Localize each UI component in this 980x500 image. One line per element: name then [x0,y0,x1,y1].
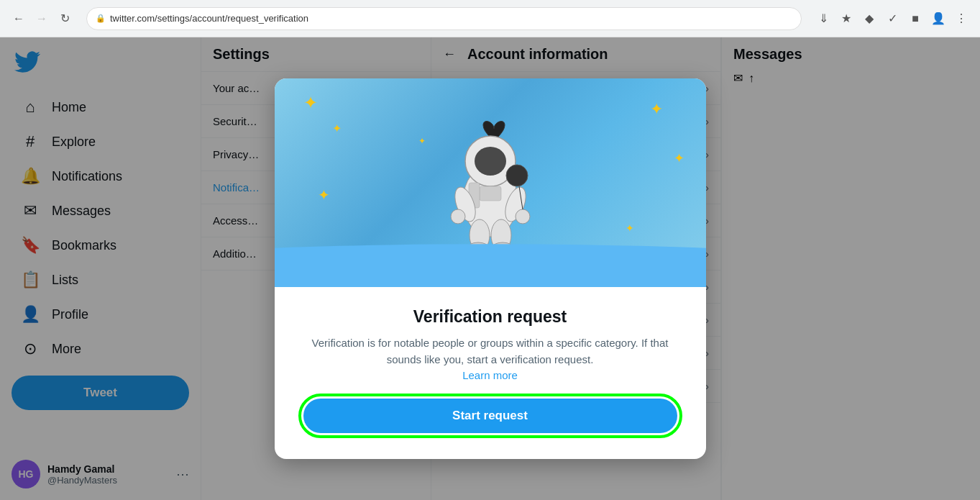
modal-image: ✦ ✦ ✦ ✦ ✦ ✦ ✦ [275,78,706,287]
svg-point-8 [451,209,465,224]
wave-decoration [275,244,706,287]
check-icon[interactable]: ✓ [882,9,902,29]
svg-point-9 [516,209,530,224]
star-bookmark-icon[interactable]: ★ [836,9,856,29]
url-text: twitter.com/settings/account/request_ver… [110,13,308,24]
modal-title: Verification request [303,307,677,327]
browser-chrome: ← → ↻ 🔒 twitter.com/settings/account/req… [0,0,980,37]
download-icon[interactable]: ⇓ [813,9,833,29]
modal-description: Verification is for notable people or gr… [303,335,677,384]
reload-button[interactable]: ↻ [55,9,75,29]
astronaut-svg [429,100,551,265]
puzzle-icon[interactable]: ■ [905,9,925,29]
address-bar[interactable]: 🔒 twitter.com/settings/account/request_v… [86,7,802,30]
verification-modal: ✦ ✦ ✦ ✦ ✦ ✦ ✦ [275,78,706,459]
menu-dots[interactable]: ⋮ [951,9,971,29]
back-button[interactable]: ← [9,9,29,29]
forward-button[interactable]: → [32,9,52,29]
svg-point-3 [475,147,506,176]
svg-point-11 [506,165,528,186]
nav-buttons: ← → ↻ [9,9,75,29]
profile-avatar[interactable]: 👤 [928,9,948,29]
extension-icon[interactable]: ◆ [859,9,879,29]
learn-more-link[interactable]: Learn more [462,369,518,381]
lock-icon: 🔒 [96,14,106,23]
browser-actions: ⇓ ★ ◆ ✓ ■ 👤 ⋮ [813,9,971,29]
modal-overlay[interactable]: ✦ ✦ ✦ ✦ ✦ ✦ ✦ [0,37,980,500]
modal-content: Verification request Verification is for… [275,287,706,459]
start-request-button[interactable]: Start request [303,399,677,433]
modal-description-text: Verification is for notable people or gr… [312,337,669,365]
svg-rect-4 [480,186,501,201]
